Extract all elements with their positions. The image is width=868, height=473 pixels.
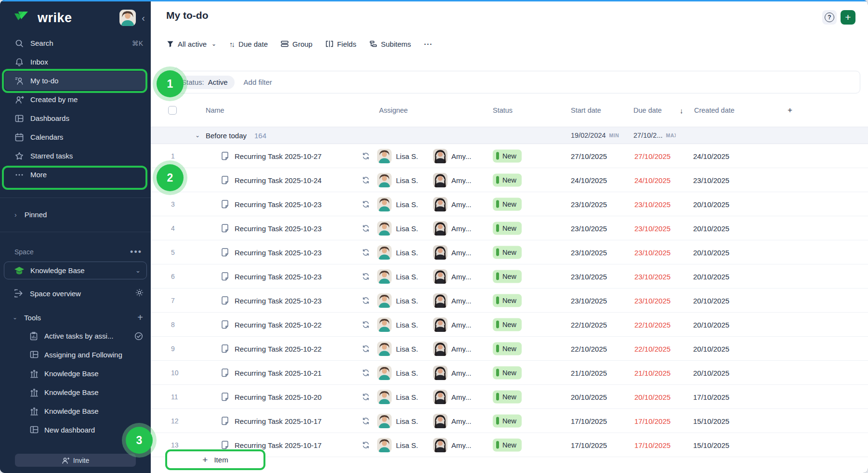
space-selector[interactable]: Knowledge Base ⌄ (4, 262, 147, 279)
created-date-cell[interactable]: 20/10/2025 (693, 296, 729, 304)
add-tool-icon[interactable]: + (137, 312, 143, 323)
chevron-down-icon[interactable]: ⌄ (195, 132, 200, 139)
start-date-cell[interactable]: 20/10/2025 (571, 393, 607, 401)
assignee-name[interactable]: Lisa S. (396, 368, 418, 377)
sidebar-item-calendars[interactable]: Calendars (0, 128, 151, 146)
start-date-cell[interactable]: 22/10/2025 (571, 344, 607, 353)
assignee-name[interactable]: Lisa S. (396, 200, 418, 208)
assignee-name[interactable]: Amy... (451, 152, 471, 160)
assignee-name[interactable]: Amy... (451, 441, 471, 449)
assignee-name[interactable]: Amy... (451, 272, 471, 280)
task-name[interactable]: Recurring Task 2025-10-22 (235, 344, 322, 353)
status-badge[interactable]: New (493, 222, 522, 235)
select-all-checkbox[interactable] (168, 106, 177, 115)
task-row[interactable]: 8Recurring Task 2025-10-22Lisa S.Amy...N… (151, 313, 868, 337)
task-name[interactable]: Recurring Task 2025-10-23 (235, 224, 322, 232)
task-row[interactable]: 3Recurring Task 2025-10-23Lisa S.Amy...N… (151, 192, 868, 216)
assignee-name[interactable]: Lisa S. (396, 296, 418, 304)
start-date-cell[interactable]: 23/10/2025 (571, 224, 607, 232)
start-date-cell[interactable]: 23/10/2025 (571, 200, 607, 208)
column-header-assignee[interactable]: Assignee (379, 106, 408, 114)
task-row[interactable]: 11Recurring Task 2025-10-20Lisa S.Amy...… (151, 385, 868, 409)
assignee-name[interactable]: Lisa S. (396, 393, 418, 401)
task-name[interactable]: Recurring Task 2025-10-23 (235, 296, 322, 304)
task-name[interactable]: Recurring Task 2025-10-24 (235, 176, 322, 184)
assignee-name[interactable]: Lisa S. (396, 320, 418, 328)
sidebar-item-created-by-me[interactable]: Created by me (0, 90, 151, 109)
sidebar-item-inbox[interactable]: Inbox (0, 53, 151, 71)
task-name[interactable]: Recurring Task 2025-10-17 (235, 417, 322, 425)
created-date-cell[interactable]: 23/10/2025 (693, 176, 729, 184)
assignee-name[interactable]: Lisa S. (396, 344, 418, 353)
tool-item-knowledge-base[interactable]: Knowledge Base (0, 383, 151, 402)
start-date-cell[interactable]: 27/10/2025 (571, 152, 607, 160)
task-name[interactable]: Recurring Task 2025-10-23 (235, 200, 322, 208)
status-badge[interactable]: New (493, 318, 522, 331)
add-item-button[interactable]: + Item (165, 449, 265, 470)
task-row[interactable]: 2Recurring Task 2025-10-24Lisa S.Amy...N… (151, 168, 868, 192)
space-menu-icon[interactable]: ••• (130, 247, 142, 257)
assignee-name[interactable]: Lisa S. (396, 152, 418, 160)
tools-section-header[interactable]: ⌄ Tools + (13, 309, 143, 326)
tool-item-assigning-and-following[interactable]: Assigning and Following (0, 345, 151, 364)
collapse-sidebar-icon[interactable]: ‹ (142, 13, 145, 23)
column-header-status[interactable]: Status (493, 106, 513, 114)
column-header-created-date[interactable]: Created date (694, 106, 735, 114)
sidebar-item-my-to-do[interactable]: My to-do (4, 71, 146, 90)
gear-icon[interactable] (135, 288, 144, 299)
due-date-cell[interactable]: 27/10/2025 (634, 152, 671, 160)
fields-button[interactable]: Fields (326, 40, 356, 48)
column-header-start-date[interactable]: Start date (571, 106, 601, 114)
group-row-before-today[interactable]: ⌄ Before today 164 19/02/2024 MIN 27/10/… (151, 127, 868, 144)
status-badge[interactable]: New (493, 414, 522, 427)
start-date-cell[interactable]: 17/10/2025 (571, 441, 607, 449)
created-date-cell[interactable]: 20/10/2025 (693, 248, 729, 256)
sidebar-item-space-overview[interactable]: Space overview (0, 284, 144, 302)
due-date-cell[interactable]: 23/10/2025 (634, 272, 671, 280)
group-button[interactable]: Group (281, 40, 313, 48)
task-row[interactable]: 4Recurring Task 2025-10-23Lisa S.Amy...N… (151, 216, 868, 240)
created-date-cell[interactable]: 20/10/2025 (693, 320, 729, 328)
tool-item-active-tasks-by-assi-[interactable]: Active tasks by assi... (0, 327, 151, 345)
tool-item-knowledge-base[interactable]: Knowledge Base (0, 402, 151, 420)
task-name[interactable]: Recurring Task 2025-10-23 (235, 272, 322, 280)
column-header-due-date[interactable]: Due date (633, 106, 662, 114)
task-name[interactable]: Recurring Task 2025-10-22 (235, 320, 322, 328)
due-date-cell[interactable]: 23/10/2025 (634, 224, 671, 232)
task-name[interactable]: Recurring Task 2025-10-27 (235, 152, 322, 160)
assignee-name[interactable]: Amy... (451, 417, 471, 425)
start-date-cell[interactable]: 24/10/2025 (571, 176, 607, 184)
status-badge[interactable]: New (493, 366, 522, 379)
due-date-cell[interactable]: 23/10/2025 (634, 200, 671, 208)
toolbar-more-button[interactable]: ··· (424, 40, 433, 48)
start-date-cell[interactable]: 21/10/2025 (571, 368, 607, 377)
assignee-name[interactable]: Amy... (451, 344, 471, 353)
due-date-cell[interactable]: 20/10/2025 (634, 393, 671, 401)
status-badge[interactable]: New (493, 173, 522, 186)
sidebar-item-starred-tasks[interactable]: Starred tasks (0, 146, 151, 165)
task-name[interactable]: Recurring Task 2025-10-20 (235, 393, 322, 401)
created-date-cell[interactable]: 20/10/2025 (693, 272, 729, 280)
assignee-name[interactable]: Lisa S. (396, 224, 418, 232)
start-date-cell[interactable]: 23/10/2025 (571, 248, 607, 256)
create-new-button[interactable]: + (841, 10, 855, 25)
assignee-name[interactable]: Amy... (451, 296, 471, 304)
assignee-name[interactable]: Amy... (451, 248, 471, 256)
invite-button[interactable]: Invite (15, 454, 136, 467)
user-avatar[interactable] (119, 10, 136, 26)
assignee-name[interactable]: Lisa S. (396, 272, 418, 280)
status-badge[interactable]: New (493, 246, 522, 259)
created-date-cell[interactable]: 20/10/2025 (693, 200, 729, 208)
created-date-cell[interactable]: 24/10/2025 (693, 152, 729, 160)
created-date-cell[interactable]: 20/10/2025 (693, 224, 729, 232)
due-date-cell[interactable]: 22/10/2025 (634, 320, 671, 328)
task-name[interactable]: Recurring Task 2025-10-23 (235, 248, 322, 256)
sort-descending-icon[interactable]: ↓ (680, 106, 684, 115)
assignee-name[interactable]: Amy... (451, 200, 471, 208)
assignee-name[interactable]: Lisa S. (396, 248, 418, 256)
start-date-cell[interactable]: 22/10/2025 (571, 320, 607, 328)
task-row[interactable]: 7Recurring Task 2025-10-23Lisa S.Amy...N… (151, 289, 868, 313)
due-date-cell[interactable]: 17/10/2025 (634, 441, 671, 449)
task-name[interactable]: Recurring Task 2025-10-17 (235, 441, 322, 449)
due-date-cell[interactable]: 21/10/2025 (634, 368, 671, 377)
